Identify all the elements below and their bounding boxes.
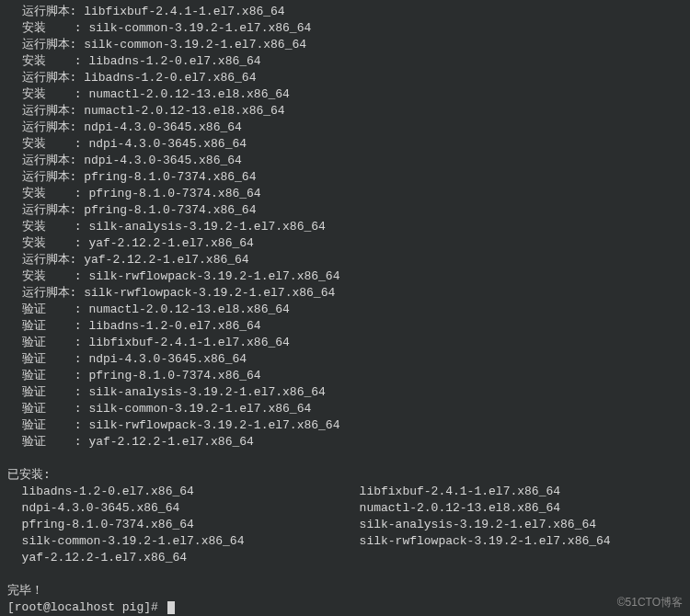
watermark: ©51CTO博客 [617,594,683,610]
output-line: 运行脚本: silk-rwflowpack-3.19.2-1.el7.x86_6… [7,285,683,302]
output-line: 安装 : ndpi-4.3.0-3645.x86_64 [7,136,683,153]
output-line: 运行脚本: pfring-8.1.0-7374.x86_64 [7,169,683,186]
output-line: 运行脚本: pfring-8.1.0-7374.x86_64 [7,202,683,219]
installed-header: 已安装: [7,467,683,484]
prompt-text: [root@localhost pig]# [7,600,166,614]
installed-item: silk-analysis-3.19.2-1.el7.x86_64 [345,517,683,533]
output-line: 验证 : pfring-8.1.0-7374.x86_64 [7,368,683,384]
output-line: 安装 : numactl-2.0.12-13.el8.x86_64 [7,86,683,103]
installed-item: yaf-2.12.2-1.el7.x86_64 [7,550,345,566]
output-line: 验证 : silk-common-3.19.2-1.el7.x86_64 [7,401,683,417]
installed-item: numactl-2.0.12-13.el8.x86_64 [345,500,683,517]
output-line: 运行脚本: silk-common-3.19.2-1.el7.x86_64 [7,37,683,53]
output-line: 安装 : yaf-2.12.2-1.el7.x86_64 [7,235,683,252]
installed-item: silk-rwflowpack-3.19.2-1.el7.x86_64 [345,533,683,550]
output-line: 验证 : ndpi-4.3.0-3645.x86_64 [7,351,683,368]
output-line: 安装 : silk-analysis-3.19.2-1.el7.x86_64 [7,219,683,235]
installed-item: silk-common-3.19.2-1.el7.x86_64 [7,533,345,550]
output-line: 验证 : yaf-2.12.2-1.el7.x86_64 [7,434,683,451]
output-line: 运行脚本: yaf-2.12.2-1.el7.x86_64 [7,252,683,268]
output-line: 安装 : libadns-1.2-0.el7.x86_64 [7,53,683,70]
output-line: 安装 : silk-common-3.19.2-1.el7.x86_64 [7,20,683,37]
cursor-icon [167,601,175,614]
output-line: 验证 : silk-rwflowpack-3.19.2-1.el7.x86_64 [7,417,683,434]
output-line: 运行脚本: libfixbuf-2.4.1-1.el7.x86_64 [7,4,683,20]
output-line: 验证 : libfixbuf-2.4.1-1.el7.x86_64 [7,335,683,351]
done-label: 完毕！ [7,583,683,599]
output-line: 运行脚本: ndpi-4.3.0-3645.x86_64 [7,120,683,136]
output-line: 安装 : silk-rwflowpack-3.19.2-1.el7.x86_64 [7,268,683,285]
output-line: 运行脚本: libadns-1.2-0.el7.x86_64 [7,70,683,86]
output-line: 验证 : numactl-2.0.12-13.el8.x86_64 [7,302,683,318]
output-line: 运行脚本: numactl-2.0.12-13.el8.x86_64 [7,103,683,120]
output-line: 安装 : pfring-8.1.0-7374.x86_64 [7,186,683,202]
terminal-output[interactable]: 运行脚本: libfixbuf-2.4.1-1.el7.x86_64 安装 : … [7,4,683,451]
installed-item: libfixbuf-2.4.1-1.el7.x86_64 [345,484,683,500]
output-line: 验证 : silk-analysis-3.19.2-1.el7.x86_64 [7,384,683,401]
output-line: 验证 : libadns-1.2-0.el7.x86_64 [7,318,683,335]
output-line: 运行脚本: ndpi-4.3.0-3645.x86_64 [7,153,683,169]
installed-item: pfring-8.1.0-7374.x86_64 [7,517,345,533]
installed-item: libadns-1.2-0.el7.x86_64 [7,484,345,500]
installed-grid: libadns-1.2-0.el7.x86_64 libfixbuf-2.4.1… [7,484,683,566]
shell-prompt[interactable]: [root@localhost pig]# [7,599,683,616]
installed-item: ndpi-4.3.0-3645.x86_64 [7,500,345,517]
